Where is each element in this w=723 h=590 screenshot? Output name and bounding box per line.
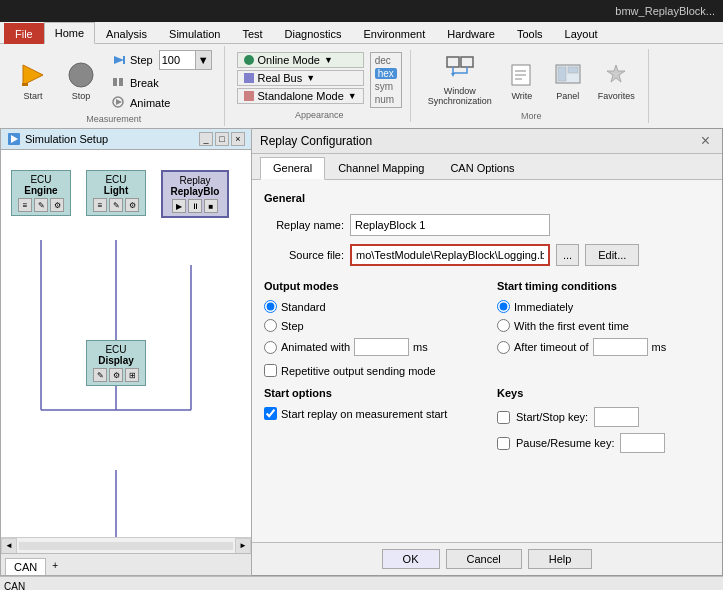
sim-close-button[interactable]: × [231, 132, 245, 146]
favorites-button[interactable]: Favorites [593, 56, 640, 104]
cancel-button[interactable]: Cancel [446, 549, 522, 569]
svg-rect-17 [558, 67, 566, 81]
ecu-engine-icon1[interactable]: ≡ [18, 198, 32, 212]
replay-name-label: Replay name: [264, 219, 344, 231]
tab-diagnostics[interactable]: Diagnostics [274, 23, 353, 44]
dialog-content: General Replay name: Source file: ... Ed… [252, 180, 722, 542]
add-tab-button[interactable]: + [48, 556, 62, 575]
title-text: bmw_ReplayBlock... [615, 5, 715, 17]
ecu-light-block[interactable]: ECU Light ≡ ✎ ⚙ [86, 170, 146, 216]
first-event-row: With the first event time [497, 319, 710, 332]
tab-home[interactable]: Home [44, 22, 95, 44]
write-button[interactable]: Write [501, 56, 543, 104]
online-mode-button[interactable]: Online Mode ▼ [237, 52, 364, 68]
ecu-display-icon2[interactable]: ⚙ [109, 368, 123, 382]
stop-icon [65, 59, 97, 91]
first-event-radio[interactable] [497, 319, 510, 332]
standalone-mode-button[interactable]: Standalone Mode ▼ [237, 88, 364, 104]
standard-label: Standard [281, 301, 326, 313]
sim-minimize-button[interactable]: _ [199, 132, 213, 146]
ecu-light-icon2[interactable]: ✎ [109, 198, 123, 212]
step-radio-row: Step [264, 319, 477, 332]
replay-play-btn[interactable]: ▶ [172, 199, 186, 213]
horizontal-scrollbar[interactable]: ◄ ► [1, 537, 251, 553]
keys-col: Keys Start/Stop key: Pause/Resume key: [497, 387, 710, 453]
scroll-left-btn[interactable]: ◄ [1, 538, 17, 554]
start-stop-key-input[interactable] [594, 407, 639, 427]
animated-ms-suffix: ms [413, 341, 428, 353]
ecu-engine-icon3[interactable]: ⚙ [50, 198, 64, 212]
ecu-light-icon1[interactable]: ≡ [93, 198, 107, 212]
replay-name-input[interactable] [350, 214, 550, 236]
window-sync-button[interactable]: WindowSynchronization [423, 51, 497, 109]
can-tab[interactable]: CAN [5, 558, 46, 575]
svg-rect-18 [568, 67, 578, 73]
replay-controls: ▶ ⏸ ■ [169, 199, 221, 213]
step-icon [112, 53, 126, 67]
replay-block[interactable]: Replay ReplayBlo ▶ ⏸ ■ [161, 170, 229, 218]
start-stop-key-checkbox[interactable] [497, 411, 510, 424]
replay-pause-btn[interactable]: ⏸ [188, 199, 202, 213]
num-label: num [375, 94, 397, 105]
hex-button[interactable]: hex [375, 68, 397, 79]
animated-radio[interactable] [264, 341, 277, 354]
repetitive-checkbox[interactable] [264, 364, 277, 377]
step-combo[interactable]: 100 ▼ [159, 50, 212, 70]
ecu-light-icon3[interactable]: ⚙ [125, 198, 139, 212]
pause-resume-key-checkbox[interactable] [497, 437, 510, 450]
help-button[interactable]: Help [528, 549, 593, 569]
ecu-engine-icon2[interactable]: ✎ [34, 198, 48, 212]
sim-setup-icon [7, 132, 21, 146]
browse-button[interactable]: ... [556, 244, 579, 266]
timeout-ms-input[interactable] [593, 338, 648, 356]
dialog-close-button[interactable]: × [697, 133, 714, 149]
dec-label: dec [375, 55, 397, 66]
svg-rect-1 [22, 83, 28, 86]
content-area: Simulation Setup _ □ × [0, 128, 723, 576]
tab-environment[interactable]: Environment [352, 23, 436, 44]
start-button[interactable]: Start [12, 56, 54, 104]
immediately-radio[interactable] [497, 300, 510, 313]
edit-button[interactable]: Edit... [585, 244, 639, 266]
stop-button[interactable]: Stop [60, 56, 102, 104]
svg-marker-0 [23, 65, 43, 85]
svg-rect-5 [113, 78, 117, 86]
dialog-tab-channel[interactable]: Channel Mapping [325, 157, 437, 179]
ecu-display-icon1[interactable]: ✎ [93, 368, 107, 382]
pause-resume-key-input[interactable] [620, 433, 665, 453]
tab-hardware[interactable]: Hardware [436, 23, 506, 44]
source-file-input[interactable] [350, 244, 550, 266]
start-replay-checkbox[interactable] [264, 407, 277, 420]
measurement-value-input[interactable]: 100 [160, 54, 195, 66]
step-label: Step [130, 54, 153, 66]
animated-ms-input[interactable] [354, 338, 409, 356]
replay-stop-btn[interactable]: ■ [204, 199, 218, 213]
tab-tools[interactable]: Tools [506, 23, 554, 44]
standard-radio-row: Standard [264, 300, 477, 313]
replay-subtitle: ReplayBlo [169, 186, 221, 197]
tab-file[interactable]: File [4, 23, 44, 44]
step-radio[interactable] [264, 319, 277, 332]
tab-analysis[interactable]: Analysis [95, 23, 158, 44]
dialog-tab-general[interactable]: General [260, 157, 325, 180]
scroll-right-btn[interactable]: ► [235, 538, 251, 554]
stop-label: Stop [72, 91, 91, 101]
ok-button[interactable]: OK [382, 549, 440, 569]
ecu-display-icon3[interactable]: ⊞ [125, 368, 139, 382]
tab-test[interactable]: Test [231, 23, 273, 44]
immediately-label: Immediately [514, 301, 573, 313]
sim-maximize-button[interactable]: □ [215, 132, 229, 146]
timeout-radio[interactable] [497, 341, 510, 354]
ribbon: File Home Analysis Simulation Test Diagn… [0, 22, 723, 128]
tab-simulation[interactable]: Simulation [158, 23, 231, 44]
status-bar: CAN [0, 576, 723, 590]
dialog-tab-can[interactable]: CAN Options [437, 157, 527, 179]
panel-button[interactable]: Panel [547, 56, 589, 104]
tab-layout[interactable]: Layout [554, 23, 609, 44]
ecu-engine-block[interactable]: ECU Engine ≡ ✎ ⚙ [11, 170, 71, 216]
combo-arrow[interactable]: ▼ [195, 51, 211, 69]
ecu-display-block[interactable]: ECU Display ✎ ⚙ ⊞ [86, 340, 146, 386]
standard-radio[interactable] [264, 300, 277, 313]
real-bus-button[interactable]: Real Bus ▼ [237, 70, 364, 86]
repetitive-label: Repetitive output sending mode [281, 365, 436, 377]
